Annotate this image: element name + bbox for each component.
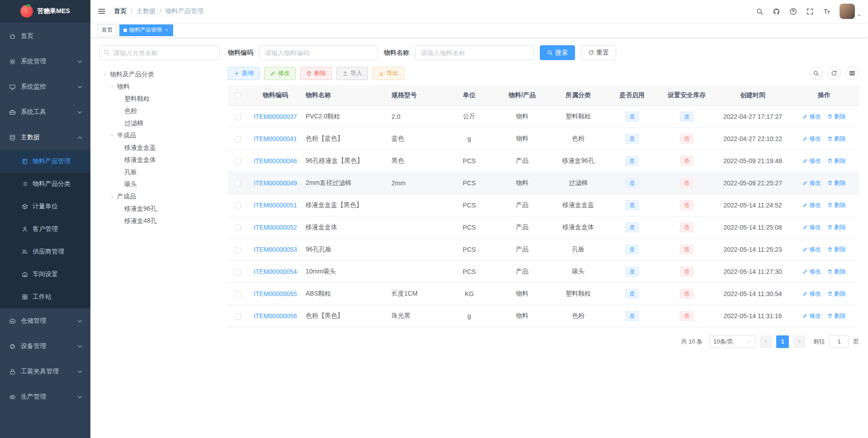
delete-link[interactable]: 删除 <box>827 135 846 143</box>
tree-node[interactable]: 移液盒48孔 <box>99 215 220 227</box>
tag-active[interactable]: 物料产品管理 <box>119 24 173 36</box>
sidebar-item-measurement-unit[interactable]: 计量单位 <box>0 195 90 218</box>
delete-link[interactable]: 删除 <box>827 201 846 209</box>
row-checkbox[interactable] <box>235 225 241 231</box>
material-code-link[interactable]: ITEM00000049 <box>254 179 297 187</box>
category-search-input[interactable] <box>99 45 220 60</box>
tree-node[interactable]: 产成品 <box>99 190 220 203</box>
breadcrumb-item[interactable]: 主数据 <box>137 7 156 15</box>
row-checkbox[interactable] <box>235 136 241 142</box>
refresh-table-button[interactable] <box>827 66 841 80</box>
delete-link[interactable]: 删除 <box>827 312 846 320</box>
navbar-fullscreen-button[interactable] <box>806 8 814 15</box>
material-code-link[interactable]: ITEM00000041 <box>254 135 297 142</box>
material-code-link[interactable]: ITEM00000037 <box>254 113 297 120</box>
prev-page-button[interactable] <box>760 335 772 348</box>
edit-link[interactable]: 修改 <box>802 113 821 121</box>
material-code-input[interactable] <box>259 45 378 60</box>
sidebar-item-master-data[interactable]: 主数据 <box>0 125 90 150</box>
material-code-link[interactable]: ITEM00000054 <box>254 268 297 275</box>
material-code-link[interactable]: ITEM00000046 <box>254 157 297 165</box>
breadcrumb-item[interactable]: 首页 <box>114 7 127 15</box>
navbar-help-button[interactable] <box>789 8 797 15</box>
navbar-font-size-button[interactable] <box>823 8 830 15</box>
material-code-link[interactable]: ITEM00000052 <box>254 224 297 231</box>
delete-link[interactable]: 删除 <box>827 113 846 121</box>
tree-node[interactable]: 移液盒盒盖 <box>99 141 220 154</box>
page-size-select[interactable]: 10条/页 <box>709 335 755 348</box>
edit-link[interactable]: 修改 <box>802 201 821 209</box>
edit-link[interactable]: 修改 <box>802 135 821 143</box>
row-checkbox[interactable] <box>235 247 241 253</box>
material-code-link[interactable]: ITEM00000055 <box>254 290 297 297</box>
tree-node[interactable]: 塑料颗粒 <box>99 93 220 105</box>
user-menu[interactable] <box>840 4 862 19</box>
tree-node[interactable]: 物料 <box>99 80 220 93</box>
row-checkbox[interactable] <box>235 180 241 187</box>
reset-button[interactable]: 重置 <box>581 45 616 60</box>
sidebar-item-supplier-management[interactable]: 供应商管理 <box>0 240 90 263</box>
search-button[interactable]: 搜索 <box>540 45 575 60</box>
hamburger-toggle[interactable] <box>90 0 113 23</box>
export-button[interactable]: 导出 <box>373 67 404 80</box>
row-checkbox[interactable] <box>235 269 241 275</box>
edit-link[interactable]: 修改 <box>802 245 821 254</box>
goto-page-input[interactable] <box>829 335 849 348</box>
navbar-search-button[interactable] <box>756 8 764 15</box>
row-checkbox[interactable] <box>235 291 241 297</box>
material-code-link[interactable]: ITEM00000056 <box>254 312 297 320</box>
sidebar-item-system-tools[interactable]: 系统工具 <box>0 99 90 125</box>
row-checkbox[interactable] <box>235 158 241 165</box>
edit-link[interactable]: 修改 <box>802 312 821 320</box>
tree-node[interactable]: 过滤棉 <box>99 117 220 129</box>
tree-node[interactable]: 移液盒96孔 <box>99 203 220 215</box>
tree-node[interactable]: 孔板 <box>99 166 220 178</box>
delete-link[interactable]: 删除 <box>827 290 846 298</box>
edit-link[interactable]: 修改 <box>802 268 821 276</box>
tree-node[interactable]: 移液盒盒体 <box>99 154 220 166</box>
material-code-link[interactable]: ITEM00000053 <box>254 246 297 253</box>
sidebar-item-workshop-settings[interactable]: 车间设置 <box>0 263 90 286</box>
delete-link[interactable]: 删除 <box>827 223 846 231</box>
sidebar-item-workstation[interactable]: 工作站 <box>0 286 90 308</box>
sidebar-item-home[interactable]: 首页 <box>0 24 90 49</box>
delete-button[interactable]: 删除 <box>300 67 332 80</box>
material-name-input[interactable] <box>415 45 534 60</box>
app-logo[interactable]: 苦糖果MES <box>0 0 90 23</box>
tree-node[interactable]: 色粉 <box>99 105 220 117</box>
row-checkbox[interactable] <box>235 203 241 209</box>
edit-button[interactable]: 修改 <box>264 67 296 80</box>
edit-link[interactable]: 修改 <box>802 157 821 165</box>
tree-node[interactable]: 物料及产品分类 <box>99 68 220 80</box>
row-checkbox[interactable] <box>235 313 241 320</box>
material-code-link[interactable]: ITEM00000051 <box>254 202 297 209</box>
edit-link[interactable]: 修改 <box>802 179 821 187</box>
tree-node[interactable]: 半成品 <box>99 129 220 141</box>
tag-item[interactable]: 首页 <box>98 24 117 36</box>
next-page-button[interactable] <box>793 335 806 348</box>
sidebar-item-system-monitor[interactable]: 系统监控 <box>0 74 90 99</box>
sidebar-item-production-management[interactable]: 生产管理 <box>0 384 90 410</box>
delete-link[interactable]: 删除 <box>827 157 846 165</box>
import-button[interactable]: 导入 <box>336 67 368 80</box>
delete-link[interactable]: 删除 <box>827 179 846 187</box>
sidebar-item-customer-management[interactable]: 客户管理 <box>0 218 90 240</box>
select-all-checkbox[interactable] <box>235 93 241 99</box>
edit-link[interactable]: 修改 <box>802 223 821 231</box>
delete-link[interactable]: 删除 <box>827 245 846 254</box>
page-number-button[interactable]: 1 <box>776 335 789 348</box>
sidebar-item-system-admin[interactable]: 系统管理 <box>0 49 90 74</box>
add-button[interactable]: 新增 <box>228 67 259 80</box>
delete-link[interactable]: 删除 <box>827 268 846 276</box>
navbar-github-button[interactable] <box>773 8 780 15</box>
sidebar-item-equipment-management[interactable]: 设备管理 <box>0 334 90 359</box>
tag-close-icon[interactable] <box>164 28 169 33</box>
tree-node[interactable]: 吸头 <box>99 178 220 190</box>
column-settings-button[interactable] <box>845 66 859 80</box>
edit-link[interactable]: 修改 <box>802 290 821 298</box>
sidebar-item-material-product-management[interactable]: 物料产品管理 <box>0 150 90 173</box>
row-checkbox[interactable] <box>235 114 241 120</box>
toggle-search-button[interactable] <box>809 66 823 80</box>
sidebar-item-material-product-category[interactable]: 物料产品分类 <box>0 173 90 195</box>
sidebar-item-warehouse-management[interactable]: 仓储管理 <box>0 308 90 334</box>
